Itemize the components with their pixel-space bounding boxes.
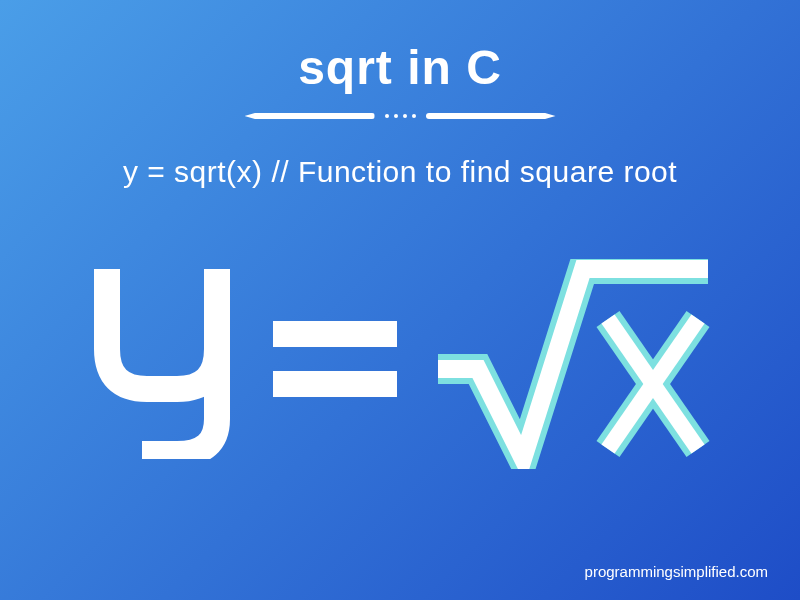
attribution-text: programmingsimplified.com (585, 563, 768, 580)
divider-dots (381, 114, 420, 118)
divider-line-left (245, 113, 375, 119)
title-divider (0, 113, 800, 119)
formula-display (0, 259, 800, 459)
svg-rect-1 (273, 371, 397, 397)
formula-lhs-y (87, 259, 237, 459)
page-title: sqrt in C (0, 0, 800, 95)
formula-sqrt (433, 259, 713, 459)
svg-rect-0 (273, 321, 397, 347)
formula-equals (265, 259, 405, 459)
divider-line-right (426, 113, 556, 119)
code-example-text: y = sqrt(x) // Function to find square r… (0, 155, 800, 189)
